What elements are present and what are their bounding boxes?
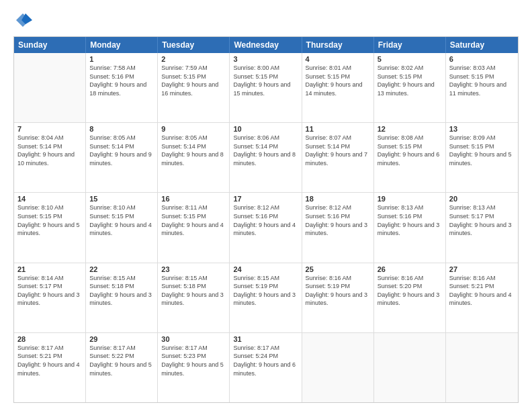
cell-info: Sunrise: 8:15 AMSunset: 5:18 PMDaylight:… [161, 274, 226, 308]
day-number: 27 [449, 265, 515, 273]
cal-week-4: 21Sunrise: 8:14 AMSunset: 5:17 PMDayligh… [14, 263, 518, 333]
header [13, 11, 519, 30]
cell-info: Sunrise: 8:05 AMSunset: 5:14 PMDaylight:… [89, 134, 154, 167]
cal-cell: 7Sunrise: 8:04 AMSunset: 5:14 PMDaylight… [14, 123, 86, 192]
day-number: 8 [89, 125, 154, 133]
day-number: 28 [17, 335, 82, 343]
cal-cell: 3Sunrise: 8:00 AMSunset: 5:15 PMDaylight… [230, 53, 302, 122]
cal-cell: 1Sunrise: 7:58 AMSunset: 5:16 PMDaylight… [86, 53, 158, 122]
cell-info: Sunrise: 8:17 AMSunset: 5:24 PMDaylight:… [233, 344, 298, 377]
cal-cell: 26Sunrise: 8:16 AMSunset: 5:20 PMDayligh… [374, 263, 446, 332]
cal-header-tuesday: Tuesday [158, 37, 230, 53]
cal-cell: 24Sunrise: 8:15 AMSunset: 5:19 PMDayligh… [230, 263, 302, 332]
cal-header-friday: Friday [374, 37, 446, 53]
day-number: 23 [161, 265, 226, 273]
cal-cell: 2Sunrise: 7:59 AMSunset: 5:15 PMDaylight… [158, 53, 230, 122]
day-number: 30 [161, 335, 226, 343]
cal-cell: 8Sunrise: 8:05 AMSunset: 5:14 PMDaylight… [86, 123, 158, 192]
cell-info: Sunrise: 8:15 AMSunset: 5:19 PMDaylight:… [233, 274, 298, 308]
cell-info: Sunrise: 8:16 AMSunset: 5:19 PMDaylight:… [306, 274, 370, 308]
cal-cell: 6Sunrise: 8:03 AMSunset: 5:15 PMDaylight… [446, 53, 518, 122]
cell-info: Sunrise: 8:16 AMSunset: 5:20 PMDaylight:… [378, 274, 442, 308]
cal-week-3: 14Sunrise: 8:10 AMSunset: 5:15 PMDayligh… [14, 193, 518, 263]
cell-info: Sunrise: 8:15 AMSunset: 5:18 PMDaylight:… [89, 274, 154, 308]
day-number: 13 [449, 125, 515, 133]
day-number: 7 [17, 125, 82, 133]
cal-cell: 14Sunrise: 8:10 AMSunset: 5:15 PMDayligh… [14, 193, 86, 262]
cell-info: Sunrise: 8:17 AMSunset: 5:23 PMDaylight:… [161, 344, 226, 377]
cal-cell: 21Sunrise: 8:14 AMSunset: 5:17 PMDayligh… [14, 263, 86, 332]
calendar-header-row: SundayMondayTuesdayWednesdayThursdayFrid… [14, 37, 518, 53]
day-number: 19 [378, 195, 442, 203]
cal-cell: 30Sunrise: 8:17 AMSunset: 5:23 PMDayligh… [158, 333, 230, 402]
day-number: 21 [17, 265, 82, 273]
day-number: 26 [378, 265, 442, 273]
day-number: 24 [233, 265, 298, 273]
cell-info: Sunrise: 7:59 AMSunset: 5:15 PMDaylight:… [161, 64, 226, 97]
cal-cell: 28Sunrise: 8:17 AMSunset: 5:21 PMDayligh… [14, 333, 86, 402]
cell-info: Sunrise: 8:04 AMSunset: 5:14 PMDaylight:… [17, 134, 82, 167]
cell-info: Sunrise: 8:00 AMSunset: 5:15 PMDaylight:… [233, 64, 298, 97]
cell-info: Sunrise: 8:12 AMSunset: 5:16 PMDaylight:… [306, 203, 370, 237]
cell-info: Sunrise: 8:11 AMSunset: 5:15 PMDaylight:… [161, 203, 226, 237]
day-number: 9 [161, 125, 226, 133]
cal-cell: 15Sunrise: 8:10 AMSunset: 5:15 PMDayligh… [86, 193, 158, 262]
day-number: 10 [233, 125, 298, 133]
cell-info: Sunrise: 8:12 AMSunset: 5:16 PMDaylight:… [233, 203, 298, 237]
cal-cell: 4Sunrise: 8:01 AMSunset: 5:15 PMDaylight… [302, 53, 374, 122]
day-number: 25 [306, 265, 370, 273]
cell-info: Sunrise: 8:10 AMSunset: 5:15 PMDaylight:… [17, 203, 82, 237]
cal-cell: 9Sunrise: 8:05 AMSunset: 5:14 PMDaylight… [158, 123, 230, 192]
cal-cell: 29Sunrise: 8:17 AMSunset: 5:22 PMDayligh… [86, 333, 158, 402]
cal-cell: 13Sunrise: 8:09 AMSunset: 5:15 PMDayligh… [446, 123, 518, 192]
cal-cell: 20Sunrise: 8:13 AMSunset: 5:17 PMDayligh… [446, 193, 518, 262]
cal-header-monday: Monday [86, 37, 158, 53]
cell-info: Sunrise: 8:13 AMSunset: 5:16 PMDaylight:… [378, 203, 442, 237]
cell-info: Sunrise: 8:13 AMSunset: 5:17 PMDaylight:… [449, 203, 515, 237]
cell-info: Sunrise: 8:01 AMSunset: 5:15 PMDaylight:… [306, 64, 370, 97]
day-number: 29 [89, 335, 154, 343]
day-number: 18 [306, 195, 370, 203]
day-number: 5 [378, 55, 442, 63]
cell-info: Sunrise: 8:03 AMSunset: 5:15 PMDaylight:… [449, 64, 515, 97]
cal-cell: 25Sunrise: 8:16 AMSunset: 5:19 PMDayligh… [302, 263, 374, 332]
day-number: 1 [89, 55, 154, 63]
cell-info: Sunrise: 8:17 AMSunset: 5:22 PMDaylight:… [89, 344, 154, 377]
cal-header-wednesday: Wednesday [230, 37, 302, 53]
cal-cell [446, 333, 518, 402]
cell-info: Sunrise: 8:02 AMSunset: 5:15 PMDaylight:… [378, 64, 442, 97]
day-number: 12 [378, 125, 442, 133]
cell-info: Sunrise: 8:14 AMSunset: 5:17 PMDaylight:… [17, 274, 82, 308]
cal-header-thursday: Thursday [302, 37, 374, 53]
cal-cell: 27Sunrise: 8:16 AMSunset: 5:21 PMDayligh… [446, 263, 518, 332]
cal-week-5: 28Sunrise: 8:17 AMSunset: 5:21 PMDayligh… [14, 333, 518, 402]
day-number: 3 [233, 55, 298, 63]
cal-cell: 12Sunrise: 8:08 AMSunset: 5:15 PMDayligh… [374, 123, 446, 192]
cell-info: Sunrise: 8:17 AMSunset: 5:21 PMDaylight:… [17, 344, 82, 377]
day-number: 31 [233, 335, 298, 343]
page: SundayMondayTuesdayWednesdayThursdayFrid… [0, 0, 532, 411]
day-number: 15 [89, 195, 154, 203]
cell-info: Sunrise: 8:09 AMSunset: 5:15 PMDaylight:… [449, 134, 515, 167]
cell-info: Sunrise: 8:10 AMSunset: 5:15 PMDaylight:… [89, 203, 154, 237]
day-number: 6 [449, 55, 515, 63]
logo [13, 11, 35, 30]
cal-cell: 23Sunrise: 8:15 AMSunset: 5:18 PMDayligh… [158, 263, 230, 332]
cal-header-sunday: Sunday [14, 37, 86, 53]
day-number: 16 [161, 195, 226, 203]
cell-info: Sunrise: 8:07 AMSunset: 5:14 PMDaylight:… [306, 134, 370, 167]
cal-cell: 31Sunrise: 8:17 AMSunset: 5:24 PMDayligh… [230, 333, 302, 402]
day-number: 2 [161, 55, 226, 63]
cell-info: Sunrise: 8:08 AMSunset: 5:15 PMDaylight:… [378, 134, 442, 167]
cal-cell: 16Sunrise: 8:11 AMSunset: 5:15 PMDayligh… [158, 193, 230, 262]
day-number: 22 [89, 265, 154, 273]
cell-info: Sunrise: 8:16 AMSunset: 5:21 PMDaylight:… [449, 274, 515, 308]
cal-cell: 5Sunrise: 8:02 AMSunset: 5:15 PMDaylight… [374, 53, 446, 122]
day-number: 11 [306, 125, 370, 133]
cal-cell: 19Sunrise: 8:13 AMSunset: 5:16 PMDayligh… [374, 193, 446, 262]
cal-header-saturday: Saturday [446, 37, 518, 53]
cell-info: Sunrise: 8:05 AMSunset: 5:14 PMDaylight:… [161, 134, 226, 167]
cal-week-2: 7Sunrise: 8:04 AMSunset: 5:14 PMDaylight… [14, 123, 518, 193]
cal-cell [302, 333, 374, 402]
cal-cell: 17Sunrise: 8:12 AMSunset: 5:16 PMDayligh… [230, 193, 302, 262]
